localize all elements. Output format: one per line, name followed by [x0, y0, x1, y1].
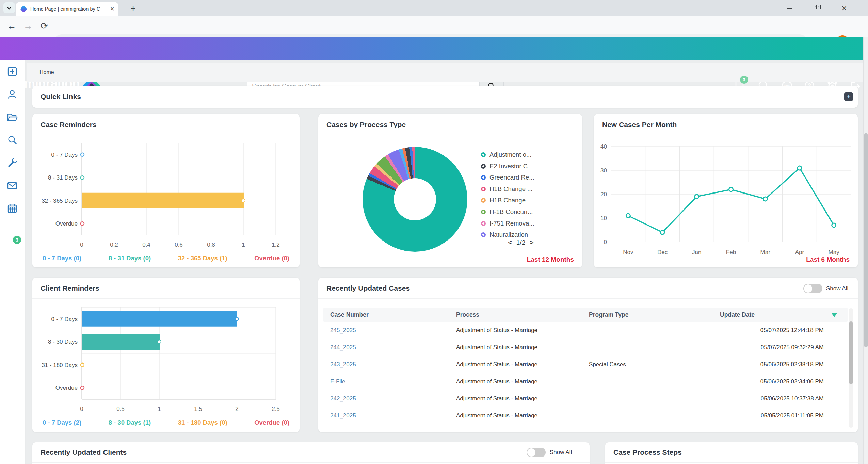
- breadcrumb[interactable]: Home: [27, 63, 863, 82]
- browser-tab[interactable]: Home Page | eimmigration by C ×: [16, 2, 118, 16]
- process-type-donut-chart: [363, 147, 467, 252]
- sidebar-item-tools[interactable]: [6, 157, 18, 169]
- show-all-toggle[interactable]: [803, 284, 822, 293]
- legend-label: H1B Change ...: [489, 185, 533, 193]
- column-header[interactable]: Process: [456, 308, 582, 322]
- table-row[interactable]: 245_2025Adjustment of Status - Marriage0…: [323, 322, 848, 339]
- legend-ring-icon: [481, 187, 486, 191]
- donut-legend-item[interactable]: Naturalization: [481, 230, 528, 240]
- window-minimize-button[interactable]: [783, 4, 797, 12]
- reload-button[interactable]: ⟳: [37, 19, 51, 33]
- recent-cases-card: Recently Updated Cases Show All Case Num…: [318, 278, 858, 432]
- quick-links-add-button[interactable]: +: [844, 92, 853, 101]
- case-reminders-card: Case Reminders 00.20.40.60.811.20 - 7 Da…: [32, 114, 300, 267]
- quick-links-card: Quick Links +: [32, 86, 858, 108]
- window-close-button[interactable]: ×: [837, 4, 851, 12]
- legend-ring-icon: [481, 152, 486, 157]
- case-number-link[interactable]: E-File: [330, 373, 449, 390]
- donut-legend-item[interactable]: I-751 Remova...: [481, 218, 534, 229]
- svg-text:0.2: 0.2: [110, 242, 118, 248]
- chart-legend-item[interactable]: 8 - 31 Days (0): [109, 254, 151, 262]
- donut-legend-item[interactable]: H-1B Concurr...: [481, 207, 533, 217]
- client-reminders-legend: 0 - 7 Days (2)8 - 30 Days (1)31 - 180 Da…: [43, 419, 289, 427]
- tab-search-button[interactable]: [3, 2, 15, 13]
- show-all-label: Show All: [550, 449, 572, 456]
- donut-legend-item[interactable]: E2 Investor C...: [481, 161, 533, 171]
- sort-descending-icon[interactable]: [832, 313, 837, 317]
- donut-legend-item[interactable]: H1B Change ...: [481, 195, 533, 205]
- window-restore-button[interactable]: [810, 4, 824, 12]
- toggle-knob: [804, 284, 812, 293]
- forward-button[interactable]: →: [21, 19, 35, 33]
- table-row[interactable]: 244_2025Adjustment of Status - Marriage0…: [323, 339, 848, 356]
- new-tab-button[interactable]: +: [128, 3, 138, 14]
- legend-label: E2 Investor C...: [489, 163, 533, 170]
- chart-legend-item[interactable]: Overdue (0): [254, 254, 289, 262]
- donut-legend-item[interactable]: H1B Change ...: [481, 184, 533, 194]
- legend-next-button[interactable]: >: [527, 239, 536, 246]
- case-number-link[interactable]: 243_2025: [330, 356, 449, 373]
- svg-text:0 - 7 Days: 0 - 7 Days: [51, 316, 78, 322]
- svg-text:Dec: Dec: [657, 249, 668, 256]
- close-icon: ×: [841, 4, 847, 13]
- table-row[interactable]: E-FileAdjustment of Status - Marriage05/…: [323, 373, 848, 390]
- sidebar-item-calendar[interactable]: [6, 202, 18, 215]
- sidebar-item-search[interactable]: [6, 134, 18, 146]
- table-row[interactable]: 242_2025Adjustment of Status - Marriage0…: [323, 390, 848, 407]
- chart-legend-item[interactable]: 0 - 7 Days (0): [43, 254, 81, 262]
- legend-ring-icon: [481, 221, 486, 226]
- table-row[interactable]: 243_2025Adjustment of Status - MarriageS…: [323, 356, 848, 373]
- browser-tab-bar: Home Page | eimmigration by C × + ×: [0, 0, 868, 16]
- legend-ring-icon: [481, 198, 486, 203]
- case-number-link[interactable]: 242_2025: [330, 390, 449, 407]
- case-number-link[interactable]: 245_2025: [330, 322, 449, 339]
- tab-close-icon[interactable]: ×: [110, 5, 114, 13]
- sidebar-item-add-new[interactable]: [6, 65, 18, 78]
- chart-legend-item[interactable]: 8 - 30 Days (1): [109, 419, 151, 427]
- show-all-label: Show All: [826, 285, 848, 292]
- table-row[interactable]: 241_2025Adjustment of Status - Marriage0…: [323, 407, 848, 424]
- column-header[interactable]: Update Date: [720, 308, 824, 322]
- chart-legend-item[interactable]: Overdue (0): [254, 419, 289, 427]
- process-steps-card: Case Process Steps: [605, 442, 858, 464]
- client-reminders-card: Client Reminders 00.511.522.50 - 7 Days8…: [32, 278, 300, 432]
- case-number-link[interactable]: 241_2025: [330, 407, 449, 424]
- table-cell: Adjustment of Status - Marriage: [456, 373, 582, 390]
- chart-legend-item[interactable]: 32 - 365 Days (1): [178, 254, 227, 262]
- svg-text:1.2: 1.2: [272, 242, 280, 248]
- chart-legend-item[interactable]: 31 - 180 Days (0): [178, 419, 227, 427]
- legend-ring-icon: [481, 210, 486, 214]
- donut-legend-item[interactable]: Greencard Re...: [481, 172, 534, 183]
- svg-text:0.4: 0.4: [142, 242, 150, 248]
- donut-legend-item[interactable]: Adjustment o...: [481, 150, 531, 160]
- last-12-months-link[interactable]: Last 12 Months: [527, 256, 574, 263]
- svg-text:0: 0: [80, 406, 83, 412]
- card-title: New Cases Per Month: [594, 114, 858, 135]
- table-scrollbar-thumb[interactable]: [849, 321, 853, 384]
- table-cell: Adjustment of Status - Marriage: [456, 339, 582, 356]
- legend-ring-icon: [481, 175, 486, 180]
- show-all-toggle[interactable]: [527, 448, 546, 457]
- toggle-knob: [527, 448, 535, 457]
- table-cell: 05/06/2025 02:34:06 PM: [720, 373, 824, 390]
- svg-text:1: 1: [158, 406, 161, 412]
- site-favicon-icon: [20, 5, 27, 12]
- last-6-months-link[interactable]: Last 6 Months: [806, 256, 850, 263]
- sidebar-item-cases[interactable]: [6, 111, 18, 123]
- browser-toolbar: ← → ⟳ eimmigration.com/ClientAcademy ☆ R: [0, 16, 868, 37]
- minimize-icon: [787, 8, 792, 9]
- column-header[interactable]: Case Number: [330, 308, 449, 322]
- table-cell: Adjustment of Status - Marriage: [456, 356, 582, 373]
- breadcrumb-bar: Home: [27, 63, 863, 82]
- new-cases-card: New Cases Per Month 010203040NovDecJanFe…: [594, 114, 858, 267]
- case-number-link[interactable]: 244_2025: [330, 339, 449, 356]
- sidebar-item-mail[interactable]: [6, 180, 18, 192]
- chart-legend-item[interactable]: 0 - 7 Days (2): [43, 419, 81, 427]
- table-cell: Special Cases: [589, 356, 714, 373]
- quick-links-title: Quick Links: [32, 86, 858, 108]
- svg-text:30: 30: [600, 167, 607, 174]
- page-scrollbar-thumb[interactable]: [864, 133, 868, 347]
- back-button[interactable]: ←: [5, 19, 18, 33]
- sidebar-item-clients[interactable]: [6, 88, 18, 100]
- column-header[interactable]: Program Type: [589, 308, 714, 322]
